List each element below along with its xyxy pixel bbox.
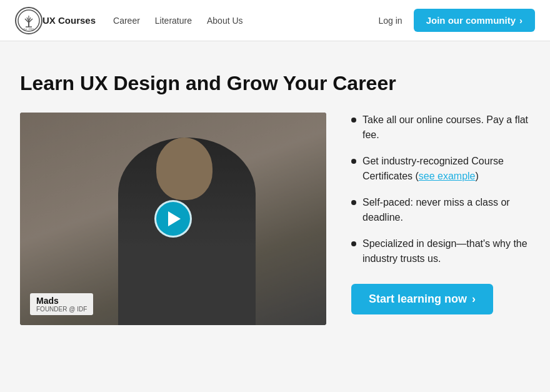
bullet-icon-3	[351, 200, 356, 205]
speaker-badge: Mads FOUNDER @ IDF	[30, 293, 93, 315]
features-list: Take all our online courses. Pay a flat …	[351, 113, 530, 266]
feature-text-4: Specialized in design—that's why the ind…	[362, 236, 530, 266]
feature-text-3: Self-paced: never miss a class or deadli…	[362, 195, 530, 225]
hero-title: Learn UX Design and Grow Your Career	[20, 71, 530, 95]
nav-link-about-us[interactable]: About Us	[207, 16, 243, 26]
video-container[interactable]: Mads FOUNDER @ IDF	[20, 113, 326, 325]
see-example-link[interactable]: see example	[419, 171, 476, 181]
hero-body: Mads FOUNDER @ IDF Take all our online c…	[20, 113, 530, 325]
nav-brand[interactable]: UX Courses	[42, 15, 96, 26]
join-button[interactable]: Join our community ›	[414, 9, 535, 32]
nav-right: Log in Join our community ›	[379, 9, 536, 32]
video-inner: Mads FOUNDER @ IDF	[20, 113, 326, 325]
nav-links: Career Literature About Us	[113, 16, 378, 26]
feature-item-3: Self-paced: never miss a class or deadli…	[351, 195, 530, 225]
login-button[interactable]: Log in	[379, 16, 402, 26]
speaker-role: FOUNDER @ IDF	[36, 306, 87, 313]
svg-text:Est. 2002: Est. 2002	[24, 28, 35, 31]
feature-text-2: Get industry-recognized Course Certifica…	[362, 154, 530, 184]
features-section: Take all our online courses. Pay a flat …	[351, 113, 530, 314]
play-button[interactable]	[154, 200, 192, 238]
play-icon	[168, 211, 181, 226]
feature-text-1: Take all our online courses. Pay a flat …	[362, 113, 530, 143]
bullet-icon-4	[351, 241, 356, 246]
nav-link-career[interactable]: Career	[113, 16, 140, 26]
bullet-icon-1	[351, 118, 356, 123]
feature-item-4: Specialized in design—that's why the ind…	[351, 236, 530, 266]
bullet-icon-2	[351, 159, 356, 164]
feature-item-2: Get industry-recognized Course Certifica…	[351, 154, 530, 184]
feature-text-2-after: )	[476, 171, 479, 181]
start-label: Start learning now	[369, 293, 467, 306]
main-content: Learn UX Design and Grow Your Career Mad…	[0, 41, 550, 350]
start-learning-button[interactable]: Start learning now ›	[351, 284, 493, 314]
nav-link-literature[interactable]: Literature	[155, 16, 192, 26]
logo[interactable]: Est. 2002	[15, 7, 42, 34]
join-chevron-icon: ›	[519, 15, 522, 26]
navbar: Est. 2002 UX Courses Career Literature A…	[0, 0, 550, 41]
start-chevron-icon: ›	[472, 293, 476, 306]
feature-item-1: Take all our online courses. Pay a flat …	[351, 113, 530, 143]
speaker-name: Mads	[36, 296, 87, 306]
join-label: Join our community	[426, 15, 516, 26]
